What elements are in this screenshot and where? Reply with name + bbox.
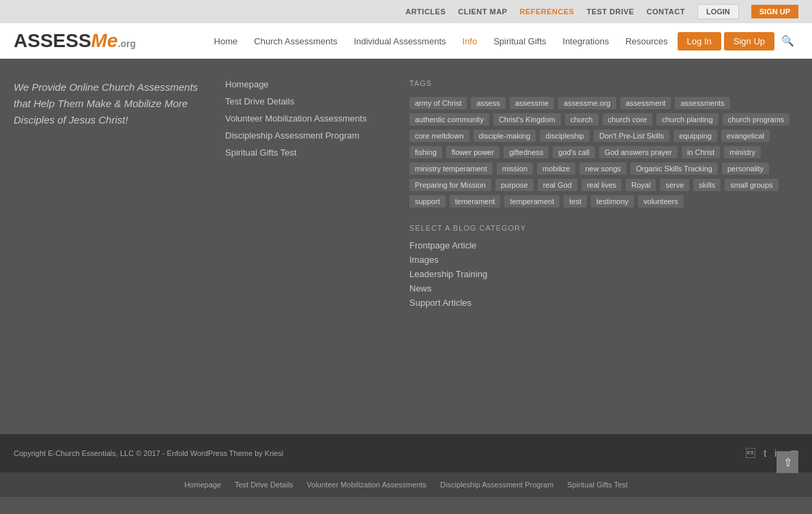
tag-item[interactable]: assessments bbox=[675, 97, 729, 109]
main-content: We Provide Online Church Assessments tha… bbox=[0, 59, 812, 434]
sidebar-homepage[interactable]: Homepage bbox=[225, 79, 389, 89]
logo-assess: ASSESS bbox=[14, 30, 91, 51]
tag-item[interactable]: purpose bbox=[495, 179, 534, 191]
tag-item[interactable]: evangelical bbox=[721, 130, 770, 142]
middle-column: Homepage Test Drive Details Volunteer Mo… bbox=[225, 79, 389, 414]
tag-item[interactable]: core meltdown bbox=[409, 130, 469, 142]
footer-nav-link[interactable]: Homepage bbox=[184, 481, 221, 489]
tag-item[interactable]: giftedness bbox=[504, 146, 549, 158]
nav-individual-assessments[interactable]: Individual Assessments bbox=[347, 32, 452, 51]
tag-item[interactable]: Royal bbox=[626, 179, 656, 191]
tag-item[interactable]: assessment bbox=[620, 97, 671, 109]
nav-signup-button[interactable]: Sign Up bbox=[724, 32, 774, 51]
logo-org: .org bbox=[118, 38, 136, 49]
tag-item[interactable]: church core bbox=[603, 113, 652, 126]
tag-item[interactable]: equipping bbox=[673, 130, 717, 142]
top-bar: ARTICLES CLIENT MAP REFERENCES TEST DRIV… bbox=[0, 0, 812, 23]
topbar-login-button[interactable]: LOGIN bbox=[697, 4, 739, 19]
tag-item[interactable]: church planting bbox=[656, 113, 719, 126]
footer-nav-link[interactable]: Volunteer Mobilization Assessments bbox=[307, 481, 426, 489]
blog-category-item[interactable]: Support Articles bbox=[409, 298, 798, 308]
footer-copyright: Copyright E-Church Essentials, LLC © 201… bbox=[14, 449, 283, 457]
search-icon[interactable]: 🔍 bbox=[777, 31, 798, 51]
tag-item[interactable]: testimony bbox=[591, 195, 634, 208]
topbar-client-map[interactable]: CLIENT MAP bbox=[458, 8, 507, 16]
tag-item[interactable]: in Christ bbox=[682, 146, 720, 158]
tag-item[interactable]: army of Christ bbox=[409, 97, 467, 109]
logo-me: Me bbox=[91, 30, 118, 51]
nav-spiritual-gifts[interactable]: Spiritual Gifts bbox=[487, 32, 553, 51]
blog-categories-title: SELECT A BLOG CATEGORY bbox=[409, 224, 798, 232]
header: ASSESSMe.org Home Church Assessments Ind… bbox=[0, 23, 812, 59]
tag-item[interactable]: ministry bbox=[724, 146, 761, 158]
tag-item[interactable]: mobilize bbox=[537, 162, 575, 175]
tag-item[interactable]: flower power bbox=[446, 146, 499, 158]
tag-item[interactable]: Preparing for Mission bbox=[409, 179, 491, 191]
footer-main: Copyright E-Church Essentials, LLC © 201… bbox=[0, 434, 812, 472]
tag-item[interactable]: assessme bbox=[510, 97, 555, 109]
tag-item[interactable]: real God bbox=[538, 179, 577, 191]
nav-info[interactable]: Info bbox=[456, 32, 484, 51]
nav-church-assessments[interactable]: Church Assessments bbox=[247, 32, 344, 51]
tag-item[interactable]: small groups bbox=[725, 179, 778, 191]
tag-item[interactable]: test bbox=[564, 195, 587, 208]
tag-item[interactable]: Christ's Kingdom bbox=[493, 113, 561, 126]
footer-nav-link[interactable]: Test Drive Details bbox=[235, 481, 293, 489]
tag-item[interactable]: temerament bbox=[450, 195, 501, 208]
tag-item[interactable]: assess bbox=[471, 97, 505, 109]
tag-item[interactable]: discipleship bbox=[540, 130, 590, 142]
tag-item[interactable]: Don't Pre-List Skills bbox=[594, 130, 669, 142]
topbar-articles[interactable]: ARTICLES bbox=[405, 8, 446, 16]
main-nav: Home Church Assessments Individual Asses… bbox=[207, 31, 798, 51]
tag-item[interactable]: support bbox=[409, 195, 446, 208]
facebook-icon[interactable]:  bbox=[746, 448, 755, 459]
tag-item[interactable]: church bbox=[565, 113, 598, 126]
tag-item[interactable]: new songs bbox=[579, 162, 626, 175]
footer-nav-link[interactable]: Spiritual Gifts Test bbox=[567, 481, 627, 489]
nav-login-button[interactable]: Log In bbox=[678, 32, 721, 51]
tag-item[interactable]: god's call bbox=[553, 146, 595, 158]
nav-integrations[interactable]: Integrations bbox=[556, 32, 616, 51]
right-column: TAGS army of Christassessassessmeassessm… bbox=[409, 79, 798, 414]
tag-item[interactable]: serve bbox=[660, 179, 689, 191]
tag-item[interactable]: volunteers bbox=[638, 195, 684, 208]
tag-item[interactable]: authentic community bbox=[409, 113, 489, 126]
blog-category-item[interactable]: News bbox=[409, 283, 798, 294]
topbar-contact[interactable]: CONTACT bbox=[646, 8, 684, 16]
tag-item[interactable]: disciple-making bbox=[474, 130, 536, 142]
blog-category-item[interactable]: Frontpage Article bbox=[409, 240, 798, 251]
tags-title: TAGS bbox=[409, 79, 798, 87]
blog-category-item[interactable]: Images bbox=[409, 255, 798, 265]
tag-item[interactable]: assessme.org bbox=[558, 97, 615, 109]
blog-categories: Frontpage ArticleImagesLeadership Traini… bbox=[409, 240, 798, 308]
nav-home[interactable]: Home bbox=[207, 32, 245, 51]
left-column: We Provide Online Church Assessments tha… bbox=[14, 79, 205, 414]
tag-item[interactable]: Organic Skills Tracking bbox=[630, 162, 718, 175]
twitter-icon[interactable]: t bbox=[764, 448, 766, 459]
logo: ASSESSMe.org bbox=[14, 30, 136, 52]
tag-item[interactable]: real lives bbox=[581, 179, 622, 191]
blog-category-item[interactable]: Leadership Training bbox=[409, 269, 798, 279]
tag-item[interactable]: ministry temperament bbox=[409, 162, 493, 175]
tag-item[interactable]: personality bbox=[722, 162, 769, 175]
tag-item[interactable]: church programs bbox=[723, 113, 790, 126]
sidebar-discipleship[interactable]: Discipleship Assessment Program bbox=[225, 130, 389, 141]
footer-nav: HomepageTest Drive DetailsVolunteer Mobi… bbox=[0, 472, 812, 497]
scroll-top-button[interactable]: ⇧ bbox=[777, 451, 798, 473]
tag-item[interactable]: fishing bbox=[409, 146, 442, 158]
nav-resources[interactable]: Resources bbox=[618, 32, 674, 51]
sidebar-test-drive[interactable]: Test Drive Details bbox=[225, 96, 389, 106]
tag-item[interactable]: skills bbox=[693, 179, 721, 191]
topbar-references[interactable]: REFERENCES bbox=[519, 8, 574, 16]
topbar-signup-button[interactable]: SIGN UP bbox=[751, 5, 798, 18]
hero-text: We Provide Online Church Assessments tha… bbox=[14, 79, 205, 128]
tag-item[interactable]: mission bbox=[497, 162, 533, 175]
tags-container: army of Christassessassessmeassessme.org… bbox=[409, 97, 798, 208]
sidebar-volunteer[interactable]: Volunteer Mobilization Assessments bbox=[225, 113, 389, 124]
topbar-test-drive[interactable]: TEST DRIVE bbox=[587, 8, 635, 16]
sidebar-spiritual-gifts[interactable]: Spiritual Gifts Test bbox=[225, 147, 389, 158]
tag-item[interactable]: God answers prayer bbox=[599, 146, 678, 158]
tag-item[interactable]: temperament bbox=[504, 195, 560, 208]
footer-nav-link[interactable]: Discipleship Assessment Program bbox=[440, 481, 553, 489]
